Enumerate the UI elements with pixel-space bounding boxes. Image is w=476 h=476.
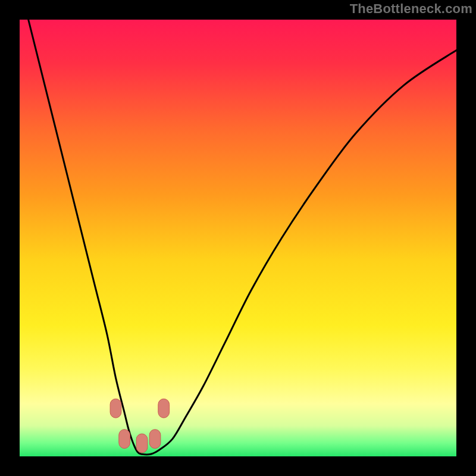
plot-area [20,20,456,456]
outer-frame: TheBottleneck.com [0,0,476,476]
gradient-background [20,20,456,456]
curve-marker [110,399,121,418]
curve-marker [136,434,148,453]
curve-marker [158,399,170,418]
bottleneck-chart [20,20,456,456]
watermark-label: TheBottleneck.com [350,1,472,17]
curve-marker [149,430,161,449]
curve-marker [119,430,130,449]
